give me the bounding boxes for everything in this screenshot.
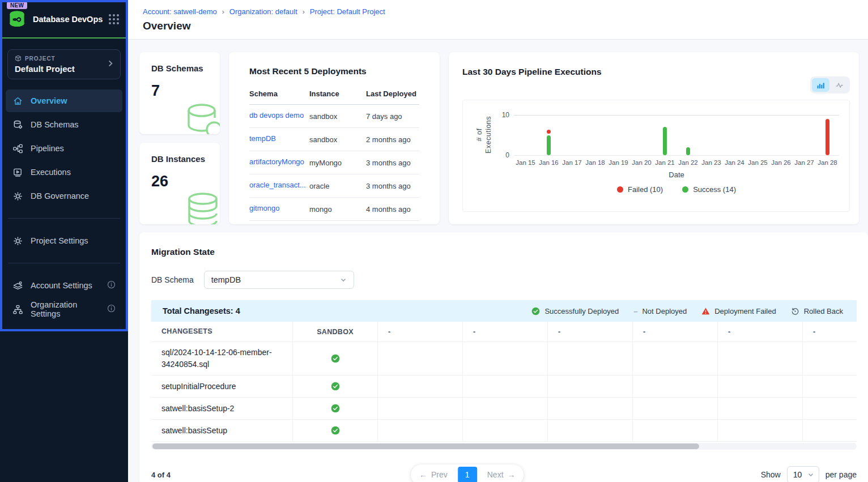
legend-dot — [682, 186, 688, 193]
home-icon — [12, 96, 23, 106]
schema-link[interactable]: gitmongo — [249, 204, 279, 212]
breadcrumb-link[interactable]: Organization: default — [229, 7, 297, 16]
table-row: gitmongomongo4 months ago — [249, 198, 419, 221]
schema-cell: artifactoryMongo — [249, 151, 309, 174]
breadcrumb-link[interactable]: Account: satwell-demo — [143, 7, 217, 16]
status-cell — [803, 398, 857, 419]
status-cell — [548, 420, 633, 441]
sidebar-item-pipelines[interactable]: Pipelines — [6, 137, 122, 160]
cube-icon — [15, 55, 22, 62]
table-row: setupInitialProcedure — [151, 376, 857, 398]
status-cell — [633, 398, 718, 419]
warning-triangle-icon — [701, 307, 710, 315]
column-header: Instance — [309, 85, 366, 105]
column-header: CHANGESETS — [151, 322, 293, 342]
migration-table: CHANGESETSSANDBOX------sql/2024-10-14-12… — [151, 322, 857, 442]
schema-filter-row: DB Schema tempDB — [151, 271, 857, 289]
chevron-down-icon — [340, 276, 347, 283]
table-row: db devops demosandbox7 days ago — [249, 105, 419, 128]
legend-item: Successfully Deployed — [531, 307, 619, 315]
breadcrumb-separator: › — [303, 8, 305, 16]
stat-title: DB Schemas — [151, 63, 220, 73]
page-title: Overview — [143, 20, 868, 32]
db-schema-selected-value: tempDB — [211, 275, 241, 284]
project-selector[interactable]: PROJECT Default Project — [7, 49, 121, 79]
migration-table-viewport: CHANGESETSSANDBOX------sql/2024-10-14-12… — [151, 322, 857, 442]
new-badge: NEW — [7, 2, 27, 9]
app-logo-icon — [7, 9, 27, 29]
sidebar-item-overview[interactable]: Overview — [6, 89, 122, 112]
column-header: - — [378, 322, 463, 342]
page-size-select[interactable]: 10 — [787, 466, 819, 482]
sidebar-item-organization-settings[interactable]: Organization Settings — [6, 298, 122, 321]
line-chart-toggle[interactable] — [831, 78, 848, 92]
column-header: - — [633, 322, 718, 342]
x-axis-title: Date — [514, 170, 839, 179]
status-cell — [803, 420, 857, 441]
x-tick-label: Jan 23 — [700, 159, 724, 166]
database-icon — [185, 101, 220, 134]
schema-cell: oracle_transact... — [249, 174, 309, 198]
changesets-summary-bar: Total Changesets: 4 Successfully Deploye… — [151, 300, 857, 322]
schema-cell: gitmongo — [249, 198, 309, 221]
schema-link[interactable]: tempDB — [249, 134, 276, 143]
column-header: - — [718, 322, 803, 342]
success-bar — [547, 135, 551, 156]
brand-divider — [2, 37, 126, 39]
scrollbar-thumb[interactable] — [152, 443, 699, 449]
status-cell — [378, 398, 463, 419]
x-tick-label: Jan 24 — [723, 159, 747, 166]
prev-page-button[interactable]: ← Prev — [414, 470, 453, 479]
sidebar-item-db-governance[interactable]: DB Governance — [6, 185, 122, 207]
x-tick-label: Jan 17 — [560, 159, 584, 166]
sidebar-item-account-settings[interactable]: Account Settings — [6, 274, 122, 297]
info-icon[interactable] — [107, 304, 116, 314]
x-tick-label: Jan 18 — [584, 159, 607, 166]
chevron-right-icon — [107, 59, 114, 70]
next-page-button[interactable]: Next → — [482, 470, 521, 479]
sidebar-item-db-schemas[interactable]: DB Schemas — [6, 113, 122, 136]
migration-state-section: Migration State DB Schema tempDB Total C… — [139, 232, 868, 482]
sidebar-item-project-settings[interactable]: Project Settings — [6, 229, 122, 252]
instance-cell: sandbox — [309, 105, 366, 128]
page-number-button[interactable]: 1 — [458, 467, 477, 482]
pagination: ← Prev 1 Next → — [411, 464, 524, 482]
check-circle-icon — [531, 307, 540, 315]
x-tick-label: Jan 22 — [676, 159, 700, 166]
info-icon[interactable] — [107, 280, 116, 291]
status-cell — [463, 420, 548, 441]
apps-grid-icon[interactable] — [109, 14, 119, 24]
table-row: satwell:basisSetup — [151, 420, 857, 442]
status-cell — [548, 376, 633, 397]
schema-link[interactable]: oracle_transact... — [249, 181, 306, 189]
legend-item: Rolled Back — [791, 307, 843, 315]
show-label: Show — [761, 470, 781, 479]
sidebar-item-executions[interactable]: Executions — [6, 161, 122, 184]
db-schemas-card: DB Schemas 7 — [139, 52, 220, 134]
table-row: oracle_transact...oracle3 months ago — [249, 174, 419, 198]
section-title: Migration State — [151, 247, 857, 257]
sandbox-status-cell — [293, 420, 378, 441]
deployments-table: Schema Instance Last Deployed db devops … — [249, 85, 419, 221]
sidebar-divider — [8, 218, 120, 219]
schema-link[interactable]: db devops demo — [249, 111, 304, 120]
changeset-cell: satwell:basisSetup-2 — [151, 398, 293, 419]
sandbox-status-cell — [293, 376, 378, 397]
db-schema-select[interactable]: tempDB — [204, 271, 354, 289]
db-schema-label: DB Schema — [151, 275, 194, 284]
bar-chart-toggle[interactable] — [812, 78, 829, 92]
status-cell — [378, 342, 463, 375]
executions-chart: # ofExecutions100Jan 15Jan 16Jan 17Jan 1… — [462, 100, 850, 212]
breadcrumb-link[interactable]: Project: Default Project — [310, 7, 385, 16]
pipeline-executions-card: Last 30 Days Pipeline Executions # ofExe… — [449, 52, 859, 224]
database-stack-icon — [185, 191, 220, 224]
row-count: 4 of 4 — [151, 471, 171, 479]
schema-cell: tempDB — [249, 128, 309, 151]
stat-value: 7 — [151, 82, 220, 100]
schema-link[interactable]: artifactoryMongo — [249, 157, 304, 166]
success-bar — [663, 127, 667, 155]
status-legend: Successfully Deployed–Not DeployedDeploy… — [531, 307, 843, 315]
check-circle-icon — [331, 354, 340, 363]
status-cell — [718, 420, 803, 441]
status-cell — [463, 398, 548, 419]
